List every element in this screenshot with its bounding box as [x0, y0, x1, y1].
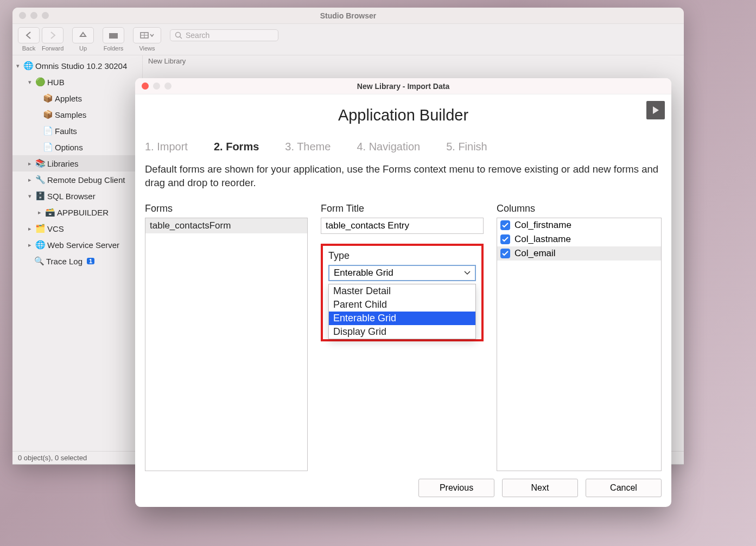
type-highlight-box: Type Enterable Grid Master Detail Parent…	[321, 244, 484, 341]
tree-options[interactable]: 📄Options	[12, 139, 142, 155]
column-label: Col_email	[514, 248, 556, 259]
checkbox-icon[interactable]	[500, 234, 510, 244]
up-label: Up	[79, 45, 87, 52]
sql-icon: 🗄️	[35, 191, 45, 201]
columns-label: Columns	[497, 203, 662, 214]
type-select[interactable]: Enterable Grid	[328, 265, 476, 281]
chevron-down-icon	[464, 271, 471, 275]
tree-samples[interactable]: 📦Samples	[12, 106, 142, 123]
trace-icon: 🔍	[34, 256, 44, 266]
column-label: Col_lastname	[514, 234, 571, 245]
previous-button[interactable]: Previous	[418, 479, 494, 497]
svg-rect-0	[109, 33, 118, 39]
step-forms[interactable]: 2. Forms	[214, 141, 259, 153]
modal-heading: Application Builder	[147, 106, 659, 124]
minimize-icon[interactable]	[30, 12, 37, 19]
checkbox-icon[interactable]	[500, 249, 510, 258]
browser-toolbar: Back Forward Up Folders Views Search	[12, 24, 684, 55]
next-button[interactable]: Next	[502, 479, 578, 497]
step-import[interactable]: 1. Import	[145, 141, 188, 153]
type-dropdown[interactable]: Master Detail Parent Child Enterable Gri…	[328, 284, 476, 339]
step-navigation[interactable]: 4. Navigation	[357, 141, 420, 153]
svg-line-5	[180, 37, 182, 39]
column-label: Col_firstname	[514, 220, 571, 231]
search-placeholder: Search	[186, 31, 209, 40]
dd-item-enterable-grid[interactable]: Enterable Grid	[329, 312, 475, 325]
tree-hub[interactable]: ▾🟢HUB	[12, 74, 142, 90]
browser-titlebar: Studio Browser	[12, 8, 684, 24]
type-select-value: Enterable Grid	[334, 268, 393, 278]
applets-icon: 📦	[43, 93, 53, 103]
close-icon[interactable]	[19, 12, 26, 19]
hub-icon: 🟢	[35, 77, 45, 87]
globe-icon: 🌐	[23, 61, 33, 71]
type-label: Type	[328, 250, 476, 262]
form-title-input[interactable]	[321, 218, 484, 234]
sidebar-tree[interactable]: ▾🌐Omnis Studio 10.2 30204 ▾🟢HUB 📦Applets…	[12, 55, 143, 451]
cancel-button[interactable]: Cancel	[586, 479, 662, 497]
forward-label: Forward	[42, 45, 63, 52]
list-item[interactable]: table_contactsForm	[145, 218, 307, 233]
dd-item-display-grid[interactable]: Display Grid	[329, 325, 475, 339]
column-row[interactable]: Col_firstname	[497, 218, 661, 232]
tree-vcs[interactable]: ▸🗂️VCS	[12, 220, 142, 237]
forms-label: Forms	[145, 203, 308, 214]
step-theme[interactable]: 3. Theme	[285, 141, 331, 153]
import-data-modal: New Library - Import Data Application Bu…	[135, 78, 671, 507]
tree-remote-debug[interactable]: ▸🔧Remote Debug Client	[12, 172, 142, 188]
maximize-icon[interactable]	[164, 82, 171, 90]
back-button[interactable]	[18, 27, 40, 43]
modal-window-controls	[142, 82, 171, 90]
samples-icon: 📦	[43, 110, 53, 119]
form-title-label: Form Title	[321, 203, 484, 214]
dd-item-parent-child[interactable]: Parent Child	[329, 298, 475, 312]
views-button[interactable]	[133, 27, 161, 43]
forward-button[interactable]	[42, 27, 63, 43]
window-controls	[19, 12, 49, 19]
web-service-icon: 🌐	[35, 240, 45, 250]
vcs-icon: 🗂️	[35, 224, 45, 233]
play-icon	[652, 106, 659, 115]
folders-label: Folders	[104, 45, 124, 52]
tree-trace-log[interactable]: 🔍Trace Log1	[12, 253, 142, 269]
step-description: Default forms are shown for your applica…	[135, 163, 671, 198]
up-button[interactable]	[72, 27, 94, 43]
folders-button[interactable]	[103, 27, 124, 43]
options-icon: 📄	[43, 142, 53, 152]
column-row[interactable]: Col_lastname	[497, 232, 661, 246]
browser-title: Studio Browser	[320, 11, 376, 20]
libraries-icon: 📚	[35, 158, 45, 168]
faults-icon: 📄	[43, 126, 53, 136]
tree-sql-browser[interactable]: ▾🗄️SQL Browser	[12, 188, 142, 204]
step-finish[interactable]: 5. Finish	[446, 141, 487, 153]
modal-footer: Previous Next Cancel	[135, 471, 671, 507]
wizard-steps: 1. Import 2. Forms 3. Theme 4. Navigatio…	[135, 124, 671, 163]
tree-faults[interactable]: 📄Faults	[12, 123, 142, 139]
tree-applets[interactable]: 📦Applets	[12, 90, 142, 106]
tree-libraries[interactable]: ▸📚Libraries	[12, 155, 142, 172]
debug-icon: 🔧	[35, 175, 45, 185]
db-icon: 🗃️	[45, 207, 55, 217]
dd-item-master-detail[interactable]: Master Detail	[329, 284, 475, 298]
tree-appbuilder[interactable]: ▸🗃️APPBUILDER	[12, 204, 142, 220]
forms-listbox[interactable]: table_contactsForm	[145, 218, 308, 471]
tree-root[interactable]: ▾🌐Omnis Studio 10.2 30204	[12, 58, 142, 74]
trace-badge: 1	[87, 258, 94, 264]
modal-titlebar: New Library - Import Data	[135, 78, 671, 94]
close-icon[interactable]	[142, 82, 149, 90]
search-icon	[175, 31, 182, 39]
play-button[interactable]	[646, 101, 665, 119]
checkbox-icon[interactable]	[500, 220, 510, 230]
minimize-icon[interactable]	[153, 82, 160, 90]
back-label: Back	[18, 45, 40, 52]
maximize-icon[interactable]	[42, 12, 49, 19]
svg-point-4	[176, 33, 181, 37]
search-input[interactable]: Search	[170, 29, 278, 41]
column-row[interactable]: Col_email	[497, 246, 661, 261]
tree-wss[interactable]: ▸🌐Web Service Server	[12, 237, 142, 253]
views-label: Views	[139, 45, 155, 52]
columns-listbox[interactable]: Col_firstname Col_lastname Col_email	[497, 218, 662, 471]
modal-title: New Library - Import Data	[357, 82, 449, 91]
